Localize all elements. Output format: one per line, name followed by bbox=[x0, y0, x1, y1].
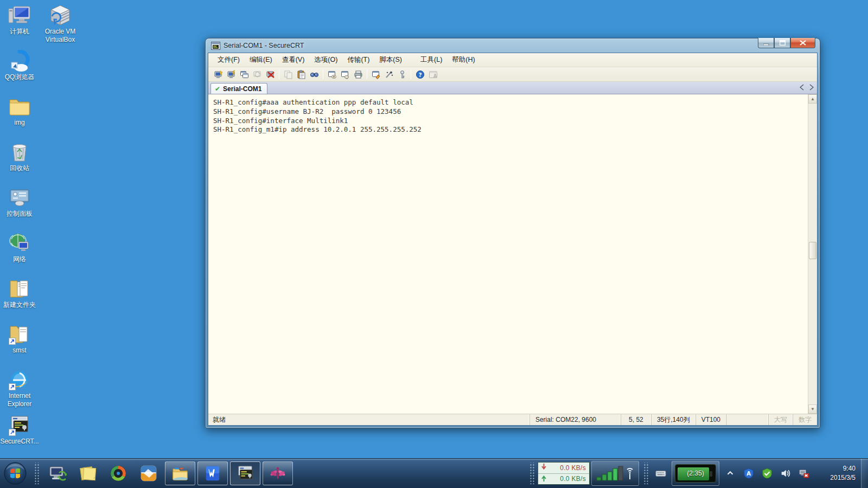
folder-shortcut-icon bbox=[8, 323, 31, 345]
copy-icon[interactable] bbox=[282, 68, 294, 80]
menu-view[interactable]: 查看(V) bbox=[277, 53, 310, 67]
help-icon[interactable]: ? bbox=[414, 68, 426, 80]
scrollbar-thumb[interactable] bbox=[809, 242, 816, 259]
global-options-icon[interactable] bbox=[383, 68, 395, 80]
connect-in-tab-icon[interactable] bbox=[238, 68, 250, 80]
securecrt-app-icon bbox=[8, 414, 31, 436]
status-cursor-position: 5, 52 bbox=[621, 414, 651, 425]
svg-text:A: A bbox=[746, 471, 751, 477]
desktop-icon-recycle-bin[interactable]: 回收站 bbox=[1, 141, 38, 172]
status-emulation: VT100 bbox=[695, 414, 726, 425]
green-shield-tray-icon[interactable] bbox=[761, 467, 774, 480]
securecrt-window: Serial-COM1 - SecureCRT 文件(F) 编辑(E) 查看(V… bbox=[205, 38, 820, 428]
volume-tray-icon[interactable] bbox=[779, 467, 792, 480]
taskbar-grip[interactable] bbox=[34, 463, 40, 484]
start-button[interactable] bbox=[3, 461, 27, 485]
folder-with-files-icon bbox=[8, 278, 31, 299]
desktop-icon-label: SecureCRT... bbox=[0, 438, 39, 446]
toolbar: ? A bbox=[208, 67, 817, 82]
tab-serial-com1[interactable]: ✔ Serial-COM1 bbox=[210, 83, 267, 94]
desktop-icon-computer[interactable]: 计算机 bbox=[1, 4, 38, 36]
network-speed-widget[interactable]: 0.0 KB/s 0.0 KB/s bbox=[538, 462, 590, 485]
connect-icon[interactable] bbox=[225, 68, 237, 80]
clock[interactable]: 9:40 2015/3/5 bbox=[816, 464, 856, 483]
session-options-icon[interactable] bbox=[370, 68, 382, 80]
print-icon[interactable] bbox=[352, 68, 364, 80]
terminal-area: SH-R1_config#aaa authentication ppp defa… bbox=[208, 94, 817, 414]
tab-scroll-arrows bbox=[800, 84, 814, 91]
desktop-icon-smst[interactable]: smst bbox=[1, 323, 38, 355]
close-button[interactable] bbox=[790, 38, 815, 48]
internet-explorer-icon bbox=[8, 369, 31, 390]
scroll-up-icon[interactable]: ▲ bbox=[808, 94, 817, 104]
desktop-icon-internet-explorer[interactable]: Internet Explorer bbox=[1, 369, 38, 408]
maximize-button[interactable] bbox=[774, 38, 790, 48]
tab-scroll-right-icon[interactable] bbox=[809, 84, 814, 91]
svg-text:?: ? bbox=[418, 71, 422, 78]
desktop-icon-label: 回收站 bbox=[10, 164, 29, 172]
taskbar-button-dragonfly[interactable] bbox=[263, 461, 293, 485]
menu-edit[interactable]: 编辑(E) bbox=[245, 53, 277, 67]
quick-connect-icon[interactable] bbox=[212, 68, 224, 80]
desktop: 计算机 Oracle VM VirtualBox QQ浏览器 img 回收站 控… bbox=[0, 0, 868, 488]
show-hidden-icons-button[interactable] bbox=[724, 467, 737, 480]
terminal-text[interactable]: SH-R1_config#aaa authentication ppp defa… bbox=[208, 94, 808, 414]
show-desktop-button[interactable] bbox=[861, 459, 868, 488]
taskbar-button-explorer[interactable] bbox=[165, 461, 195, 485]
status-num-lock: 数字 bbox=[793, 414, 817, 425]
desktop-icon-new-folder[interactable]: 新建文件夹 bbox=[1, 278, 38, 309]
minimize-button[interactable] bbox=[758, 38, 774, 48]
session-log-icon[interactable] bbox=[326, 68, 338, 80]
taskbar: 0.0 KB/s 0.0 KB/s bbox=[0, 458, 868, 488]
tray-grip[interactable] bbox=[529, 463, 535, 484]
taskbar-button-wps-writer[interactable] bbox=[197, 461, 228, 485]
window-app-icon bbox=[211, 42, 220, 50]
menu-tools[interactable]: 工具(L) bbox=[416, 53, 447, 67]
statusbar: 就绪 Serial: COM22, 9600 5, 52 35行,140列 VT… bbox=[208, 414, 817, 425]
desktop-icon-virtualbox[interactable]: Oracle VM VirtualBox bbox=[40, 4, 80, 44]
about-icon[interactable]: A bbox=[427, 68, 439, 80]
taskbar-icon-sticky-notes[interactable] bbox=[76, 462, 99, 485]
keygen-icon[interactable] bbox=[396, 68, 408, 80]
desktop-icon-label: smst bbox=[12, 346, 26, 355]
security-a-tray-icon[interactable]: A bbox=[742, 467, 755, 480]
scroll-down-icon[interactable]: ▼ bbox=[808, 404, 817, 414]
caption-buttons bbox=[758, 38, 815, 48]
network-icon bbox=[8, 232, 31, 254]
reconnect-icon[interactable] bbox=[251, 68, 263, 80]
menu-options[interactable]: 选项(O) bbox=[309, 53, 342, 67]
virtualbox-icon bbox=[49, 4, 72, 26]
desktop-icon-img[interactable]: img bbox=[1, 95, 38, 127]
paste-icon[interactable] bbox=[295, 68, 307, 80]
signal-strength-widget[interactable] bbox=[591, 461, 639, 486]
tray-grip-2[interactable] bbox=[643, 463, 649, 484]
taskbar-button-securecrt[interactable] bbox=[230, 461, 260, 485]
window-titlebar[interactable]: Serial-COM1 - SecureCRT bbox=[208, 38, 818, 53]
computer-icon bbox=[8, 4, 31, 26]
menu-help[interactable]: 帮助(H) bbox=[447, 53, 480, 67]
desktop-icon-network[interactable]: 网络 bbox=[1, 232, 38, 264]
taskbar-icon-remote-desktop[interactable] bbox=[46, 462, 69, 485]
battery-widget[interactable]: (2:35) bbox=[672, 461, 719, 486]
disconnect-icon[interactable] bbox=[264, 68, 276, 80]
desktop-icon-control-panel[interactable]: 控制面板 bbox=[1, 187, 38, 218]
taskbar-icon-media-player[interactable] bbox=[107, 462, 130, 485]
desktop-icon-qq-browser[interactable]: QQ浏览器 bbox=[1, 50, 38, 81]
keyboard-layout-icon[interactable] bbox=[654, 467, 667, 480]
tab-scroll-left-icon[interactable] bbox=[800, 84, 804, 91]
desktop-icon-securecrt[interactable]: SecureCRT... bbox=[1, 414, 38, 446]
device-error-tray-icon[interactable] bbox=[797, 467, 810, 480]
scrollbar-track[interactable] bbox=[808, 104, 817, 404]
menu-file[interactable]: 文件(F) bbox=[213, 53, 245, 67]
transfer-icon[interactable] bbox=[339, 68, 351, 80]
clock-time: 9:40 bbox=[816, 464, 856, 473]
vertical-scrollbar[interactable]: ▲ ▼ bbox=[808, 94, 817, 414]
menu-script[interactable]: 脚本(S) bbox=[374, 53, 407, 67]
window-body: 文件(F) 编辑(E) 查看(V) 选项(O) 传输(T) 脚本(S) 工具(L… bbox=[208, 53, 818, 426]
desktop-icon-label: img bbox=[14, 119, 24, 127]
taskbar-icon-vmware[interactable] bbox=[137, 462, 160, 485]
status-caps-lock: 大写 bbox=[768, 414, 793, 425]
find-icon[interactable] bbox=[308, 68, 320, 80]
terminal-line: SH-R1_config#interface Multilink1 bbox=[213, 117, 808, 126]
menu-transfer[interactable]: 传输(T) bbox=[342, 53, 374, 67]
